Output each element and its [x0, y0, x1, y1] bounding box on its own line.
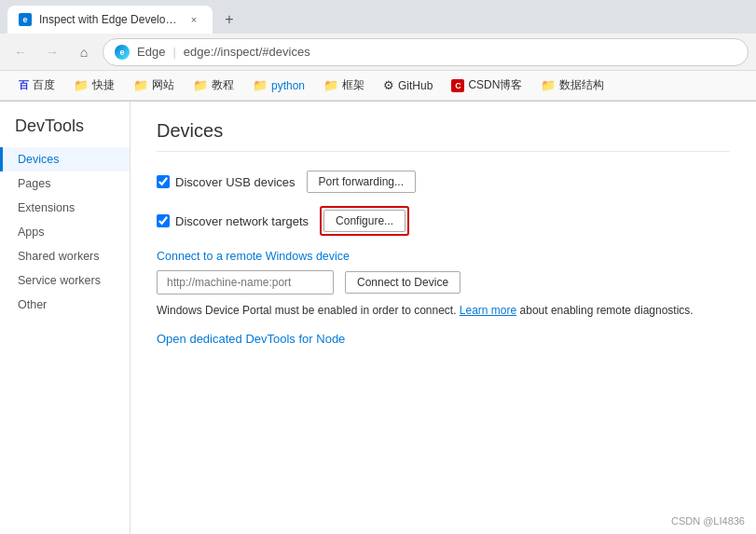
bookmark-label: 框架	[342, 77, 364, 93]
sidebar-item-extensions[interactable]: Extensions	[0, 196, 130, 220]
bookmark-csdn[interactable]: C CSDN博客	[444, 75, 529, 95]
sidebar-item-pages[interactable]: Pages	[0, 171, 130, 196]
sidebar-item-label: Pages	[18, 177, 50, 190]
sidebar-item-label: Apps	[18, 226, 45, 239]
bookmark-label: 教程	[212, 77, 234, 93]
info-text-after: about enabling remote diagnostics.	[520, 304, 694, 317]
remote-connect-row: Connect to Device	[157, 270, 730, 294]
sidebar-item-devices[interactable]: Devices	[0, 147, 130, 171]
main-layout: DevTools Devices Pages Extensions Apps S…	[0, 102, 756, 534]
bookmark-wangzhan[interactable]: 📁 网站	[126, 75, 182, 95]
bookmark-python[interactable]: 📁 python	[245, 76, 312, 94]
discover-network-row: Discover network targets Configure...	[157, 206, 730, 236]
discover-network-checkbox[interactable]	[157, 214, 170, 227]
bookmark-shujujiegou[interactable]: 📁 数据结构	[533, 75, 612, 95]
configure-button[interactable]: Configure...	[323, 210, 405, 232]
sidebar-item-label: Extensions	[18, 201, 75, 214]
folder-icon: 📁	[133, 78, 148, 92]
sidebar-item-apps[interactable]: Apps	[0, 220, 130, 244]
bookmark-label: 网站	[152, 77, 174, 93]
sidebar-item-label: Other	[18, 298, 47, 311]
remote-section-label-wrapper: Connect to a remote Windows device	[157, 249, 730, 263]
content-area: Devices Discover USB devices Port forwar…	[131, 102, 756, 534]
edge-logo-icon: e	[115, 45, 130, 60]
info-text-before: Windows Device Portal must be enabled in…	[157, 304, 457, 317]
bookmark-github[interactable]: ⚙ GitHub	[376, 76, 440, 94]
discover-usb-row: Discover USB devices Port forwarding...	[157, 171, 730, 193]
bookmark-label: 快捷	[92, 77, 115, 93]
active-tab[interactable]: e Inspect with Edge Developer Too ×	[7, 6, 213, 34]
watermark: CSDN @LI4836	[671, 515, 745, 527]
bookmark-label: CSDN博客	[468, 77, 522, 93]
learn-more-link[interactable]: Learn more	[460, 304, 516, 317]
baidu-icon: 百	[19, 78, 29, 92]
bookmarks-bar: 百 百度 📁 快捷 📁 网站 📁 教程 📁 python 📁 框架 ⚙ GitH…	[0, 71, 756, 101]
csdn-icon: C	[451, 79, 464, 92]
new-tab-button[interactable]: +	[216, 7, 242, 33]
sidebar-title: DevTools	[0, 116, 130, 147]
bookmark-label: 数据结构	[559, 77, 604, 93]
back-button[interactable]: ←	[7, 39, 34, 65]
bookmark-baidu[interactable]: 百 百度	[11, 75, 62, 95]
folder-icon: 📁	[253, 78, 268, 92]
bookmark-label: GitHub	[398, 79, 433, 92]
remote-section-label: Connect to a remote Windows device	[157, 250, 350, 263]
forward-button[interactable]: →	[39, 39, 65, 65]
machine-url-input[interactable]	[157, 270, 334, 294]
sidebar: DevTools Devices Pages Extensions Apps S…	[0, 102, 131, 534]
open-devtools-for-node-link[interactable]: Open dedicated DevTools for Node	[157, 332, 345, 346]
sidebar-item-service-workers[interactable]: Service workers	[0, 268, 130, 293]
tab-favicon: e	[19, 13, 32, 26]
tab-close-button[interactable]: ×	[186, 12, 201, 27]
sidebar-item-label: Shared workers	[18, 250, 100, 263]
discover-usb-checkbox[interactable]	[157, 175, 170, 188]
navigation-bar: ← → ⌂ e Edge | edge://inspect/#devices	[0, 34, 756, 71]
folder-icon: 📁	[74, 78, 89, 92]
configure-btn-highlight: Configure...	[320, 206, 409, 236]
bookmark-label: python	[271, 79, 305, 92]
bookmark-label: 百度	[33, 77, 55, 93]
discover-network-checkbox-label[interactable]: Discover network targets	[157, 214, 309, 228]
address-url: edge://inspect/#devices	[184, 45, 310, 59]
address-site: Edge	[137, 45, 165, 59]
bookmark-kuaijie[interactable]: 📁 快捷	[66, 75, 122, 95]
discover-usb-checkbox-label[interactable]: Discover USB devices	[157, 175, 296, 189]
port-forwarding-button[interactable]: Port forwarding...	[307, 171, 416, 193]
discover-network-label: Discover network targets	[175, 214, 309, 228]
home-button[interactable]: ⌂	[71, 39, 97, 65]
page-title: Devices	[157, 120, 730, 152]
discover-usb-label: Discover USB devices	[175, 175, 296, 189]
folder-icon: 📁	[541, 78, 556, 92]
github-icon: ⚙	[383, 78, 394, 92]
bookmark-jiagou[interactable]: 📁 框架	[316, 75, 372, 95]
tab-title: Inspect with Edge Developer Too	[39, 13, 179, 26]
tab-bar: e Inspect with Edge Developer Too × +	[0, 0, 756, 34]
info-text: Windows Device Portal must be enabled in…	[157, 304, 730, 317]
connect-to-device-button[interactable]: Connect to Device	[345, 271, 460, 294]
sidebar-item-label: Service workers	[18, 274, 101, 287]
address-separator: |	[172, 45, 175, 59]
sidebar-item-other[interactable]: Other	[0, 293, 130, 317]
folder-icon: 📁	[193, 78, 208, 92]
sidebar-item-shared-workers[interactable]: Shared workers	[0, 244, 130, 268]
bookmark-jiaocheng[interactable]: 📁 教程	[186, 75, 241, 95]
folder-icon: 📁	[323, 78, 338, 92]
sidebar-item-label: Devices	[18, 153, 59, 166]
address-bar[interactable]: e Edge | edge://inspect/#devices	[103, 38, 749, 66]
